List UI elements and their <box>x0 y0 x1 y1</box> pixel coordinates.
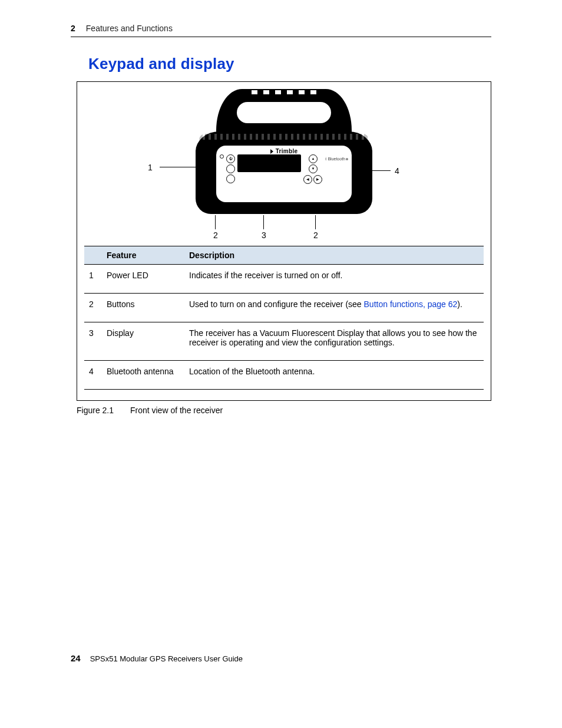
table-header-description: Description <box>184 246 484 265</box>
callout-2-left: 2 <box>213 230 218 240</box>
table-header-feature: Feature <box>102 246 184 265</box>
row-description: Location of the Bluetooth antenna. <box>184 361 484 390</box>
figure-frame: 1 4 2 3 2 Trimble <box>77 81 491 401</box>
leader-line <box>263 215 264 229</box>
enter-button-icon <box>226 174 235 183</box>
row-number: 4 <box>84 361 102 390</box>
power-button-icon: ⏻ <box>226 154 235 163</box>
chapter-title: Features and Functions <box>86 24 173 33</box>
row-number: 2 <box>84 294 102 322</box>
power-led-icon <box>220 154 224 159</box>
header-rule <box>71 37 491 37</box>
row-feature: Buttons <box>102 294 184 322</box>
leader-line <box>215 215 216 229</box>
running-head: 2 Features and Functions <box>71 24 491 33</box>
row-description: Indicates if the receiver is turned on o… <box>184 265 484 294</box>
left-button-icon: ◀ <box>303 175 312 184</box>
display-screen-icon <box>237 154 301 172</box>
figure-number: Figure 2.1 <box>77 406 114 415</box>
figure-caption-text: Front view of the receiver <box>130 406 223 415</box>
device-diagram: 1 4 2 3 2 Trimble <box>84 89 484 242</box>
callout-2-right: 2 <box>313 230 318 240</box>
row-feature: Power LED <box>102 265 184 294</box>
bluetooth-antenna-label: ᚼ Bluetooth <box>325 154 348 161</box>
down-button-icon: ▼ <box>309 164 318 173</box>
table-row: 3 Display The receiver has a Vacuum Fluo… <box>84 322 484 361</box>
leader-line <box>315 215 316 229</box>
table-row: 4 Bluetooth antenna Location of the Blue… <box>84 361 484 390</box>
figure-caption: Figure 2.1 Front view of the receiver <box>77 406 491 415</box>
receiver-device-icon: Trimble ⏻ ▲ <box>196 89 372 214</box>
table-row: 2 Buttons Used to turn on and configure … <box>84 294 484 322</box>
callout-4: 4 <box>395 166 399 176</box>
table-row: 1 Power LED Indicates if the receiver is… <box>84 265 484 294</box>
bluetooth-icon: ᚼ <box>325 157 327 161</box>
row-description: Used to turn on and configure the receiv… <box>184 294 484 322</box>
dot-icon <box>346 158 348 160</box>
callout-3: 3 <box>262 230 266 240</box>
right-button-icon: ▶ <box>313 175 322 184</box>
feature-table: Feature Description 1 Power LED Indicate… <box>84 246 484 390</box>
page-footer: 24 SPSx51 Modular GPS Receivers User Gui… <box>71 653 243 663</box>
up-button-icon: ▲ <box>309 154 318 163</box>
guide-title: SPSx51 Modular GPS Receivers User Guide <box>90 654 243 663</box>
row-description: The receiver has a Vacuum Fluorescent Di… <box>184 322 484 361</box>
row-feature: Display <box>102 322 184 361</box>
page-number: 24 <box>71 653 81 663</box>
esc-button-icon <box>226 164 235 173</box>
table-header-blank <box>84 246 102 265</box>
callout-1: 1 <box>148 163 153 172</box>
cross-reference-link[interactable]: Button functions, page 62 <box>364 299 458 309</box>
row-number: 3 <box>84 322 102 361</box>
row-number: 1 <box>84 265 102 294</box>
section-heading: Keypad and display <box>88 55 491 73</box>
row-feature: Bluetooth antenna <box>102 361 184 390</box>
chapter-number: 2 <box>71 24 75 33</box>
brand-label: Trimble <box>270 148 298 154</box>
